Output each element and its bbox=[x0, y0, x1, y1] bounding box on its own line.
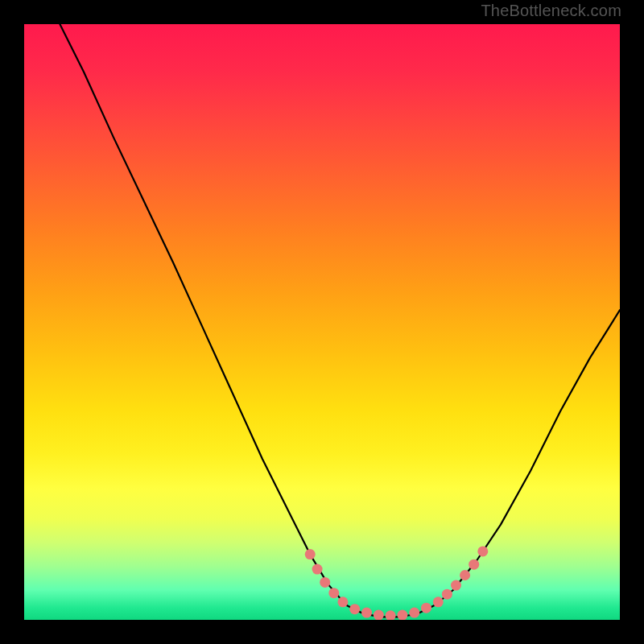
data-marker bbox=[305, 549, 316, 559]
data-marker bbox=[349, 604, 360, 614]
data-marker bbox=[312, 564, 323, 575]
data-marker bbox=[451, 580, 461, 591]
data-marker bbox=[386, 610, 396, 620]
data-marker bbox=[469, 559, 479, 570]
data-marker bbox=[409, 608, 419, 618]
data-marker bbox=[361, 608, 372, 618]
data-marker bbox=[477, 546, 488, 556]
data-marker bbox=[460, 570, 470, 580]
data-marker bbox=[397, 610, 407, 620]
data-marker bbox=[421, 603, 431, 613]
bottleneck-curve bbox=[60, 24, 620, 617]
curve-layer bbox=[24, 24, 620, 620]
data-marker bbox=[433, 597, 444, 607]
data-marker bbox=[328, 588, 339, 598]
plot-area bbox=[24, 24, 620, 620]
data-marker bbox=[374, 610, 384, 620]
data-marker bbox=[337, 597, 348, 607]
bottleneck-chart: TheBottleneck.com bbox=[0, 0, 644, 644]
watermark-text: TheBottleneck.com bbox=[481, 2, 621, 20]
data-marker bbox=[320, 577, 330, 588]
data-marker bbox=[442, 589, 452, 600]
